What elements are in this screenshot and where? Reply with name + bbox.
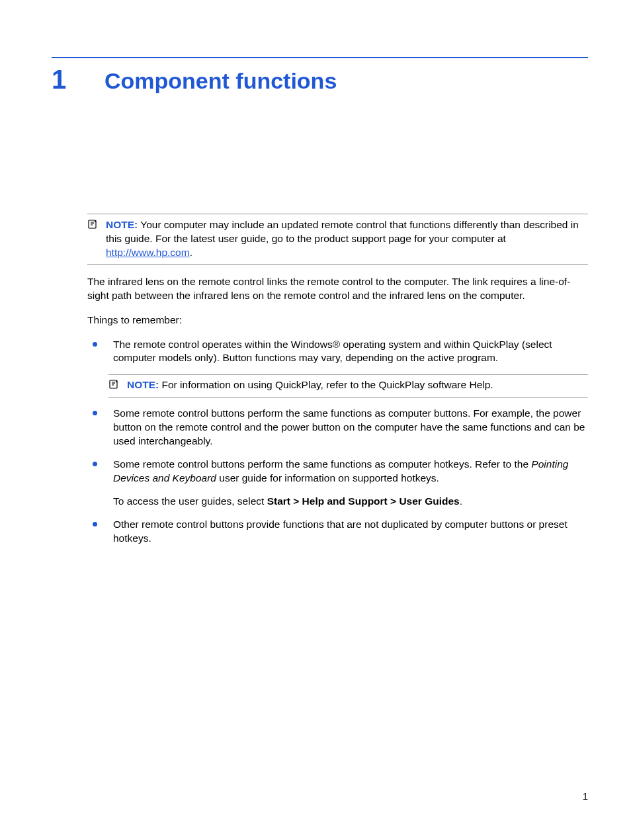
list-item: Other remote control buttons provide fun… — [93, 518, 588, 546]
content-body: NOTE: Your computer may include an updat… — [87, 214, 588, 546]
chapter-title: Component functions — [105, 68, 337, 94]
paragraph-remember: Things to remember: — [87, 314, 588, 327]
nested-note-container: NOTE: For information on using QuickPlay… — [108, 374, 588, 398]
list-item: The remote control operates within the W… — [93, 338, 588, 366]
b3-pre: Some remote control buttons perform the … — [113, 458, 531, 470]
b3-subpara: To access the user guides, select Start … — [113, 495, 588, 509]
bullet-icon — [93, 342, 97, 347]
b3-sub-post: . — [460, 495, 462, 507]
b3-sub-pre: To access the user guides, select — [113, 495, 267, 507]
note-block-nested: NOTE: For information on using QuickPlay… — [108, 374, 588, 398]
note-icon — [87, 219, 103, 233]
bullet-list: The remote control operates within the W… — [93, 338, 588, 546]
note-text-after: . — [190, 247, 192, 258]
b3-post: user guide for information on supported … — [216, 472, 439, 483]
bullet-icon — [93, 462, 97, 466]
bullet-text: The remote control operates within the W… — [113, 338, 588, 366]
bullet-text: Some remote control buttons perform the … — [113, 407, 588, 448]
note-icon — [108, 379, 124, 394]
note-text-before: Your computer may include an updated rem… — [106, 219, 579, 244]
bullet-icon — [93, 522, 97, 526]
chapter-header: 1 Component functions — [52, 65, 588, 95]
b3-sub-bold: Start > Help and Support > User Guides — [267, 495, 460, 507]
note-body: NOTE: Your computer may include an updat… — [106, 218, 588, 260]
bullet-icon — [93, 411, 97, 415]
paragraph-infrared: The infrared lens on the remote control … — [87, 275, 588, 303]
list-item: Some remote control buttons perform the … — [93, 407, 588, 448]
note-body: NOTE: For information on using QuickPlay… — [127, 378, 588, 392]
chapter-number: 1 — [52, 65, 105, 95]
note-label: NOTE: — [127, 379, 159, 390]
bullet-text: Some remote control buttons perform the … — [113, 458, 588, 509]
note-label: NOTE: — [106, 219, 138, 230]
chapter-rule — [52, 57, 588, 58]
note-block-main: NOTE: Your computer may include an updat… — [87, 214, 588, 265]
note-text: For information on using QuickPlay, refe… — [162, 379, 493, 390]
hp-link[interactable]: http://www.hp.com — [106, 247, 190, 258]
list-item: Some remote control buttons perform the … — [93, 458, 588, 509]
bullet-text: Other remote control buttons provide fun… — [113, 518, 588, 546]
page-number: 1 — [583, 790, 588, 802]
